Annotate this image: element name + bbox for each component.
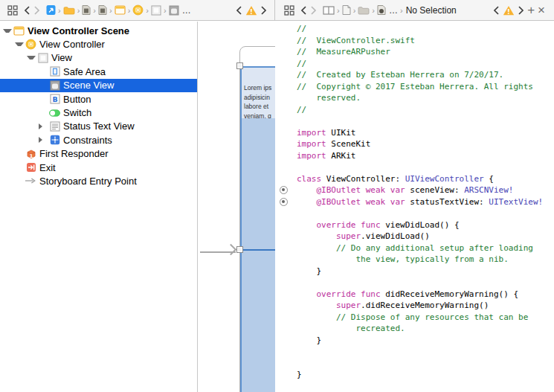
related-items-icon[interactable]	[7, 4, 18, 17]
breadcrumb-separator: ›	[109, 4, 112, 17]
outline-item-switch[interactable]: Switch	[0, 106, 197, 119]
scene-view-icon[interactable]	[169, 4, 179, 17]
back-chevron-icon[interactable]	[24, 4, 30, 17]
code-token: didReceiveMemoryWarning() {	[381, 289, 518, 299]
resize-handle-top-left[interactable]	[236, 62, 243, 69]
switch-icon	[49, 107, 60, 118]
swift-file-icon[interactable]	[377, 4, 386, 17]
text-view-icon	[49, 121, 60, 132]
related-items-icon[interactable]	[284, 4, 294, 17]
disclosure-closed-triangle-icon[interactable]	[39, 123, 48, 129]
prev-issue-chevron-icon[interactable]	[236, 4, 242, 17]
code-token: .didReceiveMemoryWarning()	[361, 301, 489, 310]
code-line: @IBOutlet weak var sceneView: ARSCNView!	[297, 184, 554, 196]
disclosure-closed-triangle-icon[interactable]	[39, 137, 48, 143]
warning-icon[interactable]: !	[245, 4, 257, 17]
code-token	[385, 185, 390, 195]
folder-icon[interactable]	[63, 4, 75, 17]
lorem-text-line: labore et	[244, 102, 275, 112]
storyboard-file-icon[interactable]	[82, 4, 91, 17]
outline-item-label: Safe Area	[63, 66, 106, 77]
disclosure-open-triangle-icon[interactable]	[3, 29, 12, 33]
lorem-text-line: adipisicin	[244, 93, 275, 103]
counterparts-file-icon[interactable]	[46, 4, 56, 17]
xcode-window: ›››››››…! ›››…›No Selection!+× View Cont…	[0, 0, 554, 392]
split-editor-icon[interactable]	[323, 4, 335, 17]
breadcrumb-separator: ›	[400, 4, 403, 17]
entry-point-icon	[25, 176, 36, 187]
source-code[interactable]: //// ViewController.swift// MeasureARPus…	[297, 23, 554, 381]
constraints-icon	[49, 135, 60, 146]
code-line: override func viewDidLoad() {	[297, 219, 554, 231]
outline-item-status-text-view[interactable]: Status Text View	[0, 120, 197, 133]
code-line: import UIKit	[297, 127, 554, 139]
code-token: //	[297, 105, 306, 115]
forward-chevron-icon[interactable]	[33, 4, 40, 17]
code-token	[297, 197, 317, 207]
next-issue-chevron-icon[interactable]	[518, 4, 524, 17]
code-token: // Do any additional setup after loading	[297, 243, 533, 253]
next-issue-chevron-icon[interactable]	[260, 4, 267, 17]
view-icon[interactable]	[151, 4, 161, 17]
outline-item-label: Storyboard Entry Point	[39, 176, 137, 187]
lorem-text-line: Lorem ips	[244, 83, 275, 93]
outline-item-first-responder[interactable]: 1First Responder	[0, 147, 197, 161]
svg-text:1: 1	[29, 152, 33, 158]
outline-item-button[interactable]: BButton	[0, 92, 197, 106]
safe-area-icon	[49, 66, 60, 77]
prev-issue-chevron-icon[interactable]	[493, 4, 500, 17]
code-token: // ViewController.swift	[297, 36, 415, 45]
scene-icon[interactable]	[115, 4, 126, 17]
view-controller-icon	[25, 39, 36, 50]
outlet-connection-icon[interactable]	[280, 186, 288, 194]
forward-chevron-icon[interactable]	[310, 4, 317, 17]
view-controller-icon[interactable]	[132, 4, 144, 17]
code-line	[297, 346, 554, 358]
outlet-connection-icon[interactable]	[280, 198, 288, 206]
outline-item-label: Button	[63, 94, 91, 105]
outline-item-storyboard-entry-point[interactable]: Storyboard Entry Point	[0, 174, 197, 187]
source-editor[interactable]: //// ViewController.swift// MeasureARPus…	[276, 22, 554, 392]
code-line: reserved.	[297, 92, 554, 104]
interface-builder-jump-bar: ›››››››…!	[0, 0, 275, 21]
code-token: }	[297, 370, 302, 379]
disclosure-open-triangle-icon[interactable]	[15, 42, 24, 46]
assistant-editor-jump-bar: ›››…›No Selection!+×	[275, 0, 554, 21]
ellipsis-icon[interactable]: …	[182, 4, 191, 17]
code-line: // Created by Esteban Herrera on 7/20/17…	[297, 69, 554, 81]
storyboard-file-icon[interactable]	[98, 4, 107, 17]
code-token: .viewDidLoad()	[361, 231, 430, 241]
file-icon[interactable]	[342, 4, 351, 17]
outline-item-constraints[interactable]: Constraints	[0, 133, 197, 147]
storyboard-canvas[interactable]: Lorem ipsadipisicinlabore etveniam, q	[199, 22, 275, 392]
scene-view-selected-overlay[interactable]: Lorem ipsadipisicinlabore etveniam, q	[240, 66, 275, 392]
disclosure-open-triangle-icon[interactable]	[27, 56, 36, 60]
status-text-view[interactable]: Lorem ipsadipisicinlabore etveniam, q	[242, 68, 275, 118]
jump-bar-selection-label[interactable]: No Selection	[406, 4, 457, 17]
code-line: }	[297, 266, 554, 277]
scene-icon	[13, 25, 25, 36]
outline-item-view[interactable]: View	[0, 51, 197, 65]
code-line: super.viewDidLoad()	[297, 231, 554, 242]
code-line: }	[297, 335, 554, 347]
add-editor-icon[interactable]: +	[527, 4, 535, 17]
warning-icon[interactable]: !	[503, 4, 515, 17]
breadcrumb-separator: ›	[93, 4, 96, 17]
code-token: statusTextView:	[405, 197, 489, 207]
code-line: // Dispose of any resources that can be	[297, 312, 554, 324]
code-token: func	[361, 289, 381, 299]
outline-item-scene-view[interactable]: Scene View	[0, 79, 197, 92]
close-editor-icon[interactable]: ×	[538, 4, 545, 17]
code-line: override func didReceiveMemoryWarning() …	[297, 289, 554, 301]
outline-item-safe-area[interactable]: Safe Area	[0, 65, 197, 78]
back-chevron-icon[interactable]	[300, 4, 307, 17]
resize-handle-middle-left[interactable]	[236, 246, 243, 253]
folder-gray-icon[interactable]	[358, 4, 370, 17]
ellipsis-icon[interactable]: …	[389, 4, 398, 17]
code-token: UIKit	[331, 128, 355, 138]
outline-item-view-controller-scene[interactable]: View Controller Scene	[0, 24, 197, 37]
outline-item-exit[interactable]: Exit	[0, 161, 197, 174]
outline-item-view-controller[interactable]: View Controller	[0, 37, 197, 51]
outline-item-label: First Responder	[39, 148, 108, 159]
code-line: //	[297, 104, 554, 116]
